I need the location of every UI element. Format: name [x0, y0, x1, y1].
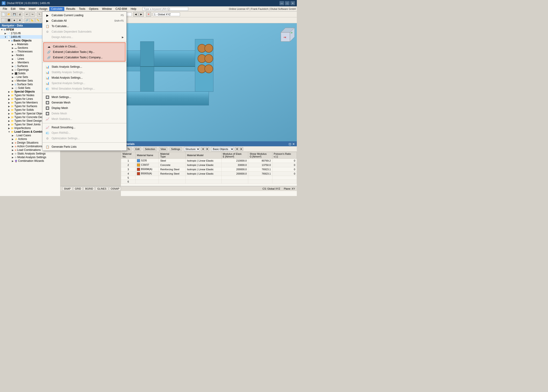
menu-to-calculate[interactable]: 📋 To Calculate... — [43, 23, 126, 29]
selection-btn[interactable]: Selection — [143, 147, 157, 151]
table-row[interactable]: 6 — [121, 180, 297, 184]
menu-results[interactable]: Results — [64, 7, 77, 11]
menu-help[interactable]: Help — [129, 7, 138, 11]
filter-next-btn[interactable]: ▶ — [206, 147, 209, 151]
menu-options[interactable]: Options — [87, 7, 100, 11]
menu-calc-cloud[interactable]: ☁ Calculate in Cloud... — [44, 44, 125, 49]
panel-restore-btn[interactable]: ⊡ — [288, 142, 291, 146]
nav-combination-wizards[interactable]: ▶ 🔮 Combination Wizards — [0, 159, 60, 163]
save-btn[interactable]: 💾 — [12, 12, 17, 17]
menu-gen-parts[interactable]: 📋 Generate Parts Lists — [43, 144, 126, 149]
nav-types-concrete-label: Types for Concrete Design — [14, 116, 47, 119]
tb2-btn5[interactable]: 🔗 — [24, 18, 29, 22]
tb2-btn3[interactable]: ◈ — [12, 18, 17, 22]
print-btn[interactable]: 🖨 — [17, 12, 22, 17]
select-btn[interactable]: ↖ — [37, 12, 42, 17]
search-input[interactable] — [143, 7, 188, 11]
menu-stability-settings: 📊 Stability Analysis Settings... — [43, 70, 126, 75]
menu-static-settings[interactable]: 📊 Static Analysis Settings... — [43, 64, 126, 70]
menu-generate-mesh[interactable]: 🔲 Generate Mesh — [43, 100, 126, 105]
menu-tools[interactable]: Tools — [77, 7, 87, 11]
menu-result-smoothing[interactable]: 📈 Result Smoothing... — [43, 125, 126, 130]
tb2-btn7[interactable]: 📏 — [35, 18, 40, 22]
table-row[interactable]: 5 — [121, 176, 297, 180]
wind-label: Wind Simulation Analysis Settings... — [51, 87, 124, 90]
status-item-osnap[interactable]: OSNAP — [109, 187, 121, 190]
basic-next-btn[interactable]: ▶ — [239, 147, 243, 151]
menu-modal-settings[interactable]: 📊 Modal Analysis Settings... — [43, 75, 126, 80]
maximize-button[interactable]: □ — [285, 1, 289, 5]
panel-toolbar: Go To Edit Selection View Settings Struc… — [121, 146, 297, 152]
tb2-btn4[interactable]: ⊕ — [17, 18, 22, 22]
solids-icon: ⬛ — [14, 72, 17, 75]
online-bar-text: Online License 47 | Frank Faulstich | Dl… — [229, 7, 296, 10]
panel-close-btn[interactable]: ✕ — [292, 142, 295, 146]
menu-group-5: 📋 Generate Parts Lists — [43, 143, 126, 150]
status-item-snap[interactable]: SNAP — [62, 187, 72, 190]
calc-current-shortcut: F5 — [121, 14, 124, 17]
menu-calculate[interactable]: Calculate — [49, 7, 64, 11]
menu-insert[interactable]: Insert — [27, 7, 37, 11]
expand-members: ▶ — [11, 61, 14, 64]
menu-cad-bim[interactable]: CAD-BIM — [114, 7, 129, 11]
menu-mesh-settings[interactable]: 🔲 Mesh Settings... — [43, 94, 126, 100]
tb2-btn2[interactable]: ⬛ — [6, 18, 11, 22]
new-btn[interactable]: 📄 — [1, 12, 6, 17]
open-btn[interactable]: 📂 — [6, 12, 11, 17]
nav-modal-analysis[interactable]: ▶ ⚙ Modal Analysis Settings — [0, 155, 60, 159]
nav-modalanalysis-label: Modal Analysis Settings — [17, 156, 46, 159]
cw-icon: 🔮 — [14, 160, 17, 162]
menu-calc-all[interactable]: ▶ Calculate All Shift+F5 — [43, 18, 126, 23]
nav-static-analysis[interactable]: ▶ ⚙ Static Analysis Settings — [0, 152, 60, 155]
design-addons-label: Design Add-ons... — [51, 35, 120, 39]
wind-icon: 💨 — [45, 87, 50, 91]
menu-assign[interactable]: Assign — [37, 7, 49, 11]
view-btn[interactable]: View — [159, 147, 167, 151]
tb2-btn1[interactable]: ⬜ — [1, 18, 6, 22]
status-item-grid[interactable]: GRID — [73, 187, 83, 190]
cross-btn[interactable]: ✕ — [146, 12, 151, 17]
status-item-bgrid[interactable]: BGRID — [84, 187, 95, 190]
material-color-swatch — [137, 168, 140, 171]
result-smooth-icon: 📈 — [45, 125, 50, 129]
menu-extranet-company[interactable]: 🔗 Extranet | Calculation Tasks | Company… — [44, 55, 125, 60]
expand-special: ▶ — [7, 91, 11, 93]
basic-prev-btn[interactable]: ◀ — [235, 147, 239, 151]
expand-cw: ▶ — [11, 160, 14, 162]
coord-label[interactable]: 1 - Global XYZ — [153, 13, 180, 16]
table-row[interactable]: 2 C30/37 Concrete Isotropic | Linear Ela… — [121, 163, 297, 167]
close-button[interactable]: ✕ — [290, 1, 295, 5]
minimize-button[interactable]: — — [280, 1, 284, 5]
nav-membersets-label: Member Sets — [17, 79, 33, 82]
menu-calc-current[interactable]: ▶ Calculate Current Loading F5 — [43, 13, 126, 18]
gen-parts-icon: 📋 — [45, 145, 50, 149]
menu-view[interactable]: View — [17, 7, 27, 11]
structure-filter[interactable]: Structure — [184, 147, 200, 151]
filter-prev-btn[interactable]: ◀ — [201, 147, 205, 151]
menu-edit[interactable]: Edit — [9, 7, 17, 11]
tb2-btn6[interactable]: 📐 — [30, 18, 35, 22]
settings-btn[interactable]: Settings — [170, 147, 182, 151]
status-item-glines[interactable]: GLINES — [96, 187, 108, 190]
next-btn[interactable]: ▶ — [139, 12, 144, 17]
table-row[interactable]: 1 S235 Steel Isotropic | Linear Elastic … — [121, 159, 297, 163]
menu-display-mesh[interactable]: 🔲 Display Mesh — [43, 105, 126, 111]
thicknesses-icon: ▭ — [14, 50, 17, 53]
redo-btn[interactable]: ↪ — [30, 12, 35, 17]
mesh-stats-icon: 📈 — [45, 117, 50, 121]
expand-ac: ▶ — [11, 145, 14, 148]
app-icon: D — [2, 1, 6, 5]
menu-file[interactable]: File — [1, 7, 9, 11]
expand-nodes: ▶ — [11, 54, 14, 56]
nav-lines-label: Lines — [18, 57, 24, 60]
menu-extranet-my[interactable]: 🔗 Extranet | Calculation Tasks | My... — [44, 49, 125, 55]
nav-cube[interactable]: +X -Y — [276, 26, 295, 44]
basic-filter[interactable]: Basic Objects — [211, 147, 234, 151]
table-row[interactable]: 4 B500S(A) Reinforcing Steel Isotropic |… — [121, 172, 297, 176]
edit-btn[interactable]: Edit — [134, 147, 141, 151]
sep-menu-2 — [43, 63, 126, 63]
prev-btn[interactable]: ◀ — [133, 12, 138, 17]
menu-window[interactable]: Window — [100, 7, 114, 11]
undo-btn[interactable]: ↩ — [24, 12, 29, 17]
table-row[interactable]: 3 B500M(A) Reinforcing Steel Isotropic |… — [121, 167, 297, 172]
